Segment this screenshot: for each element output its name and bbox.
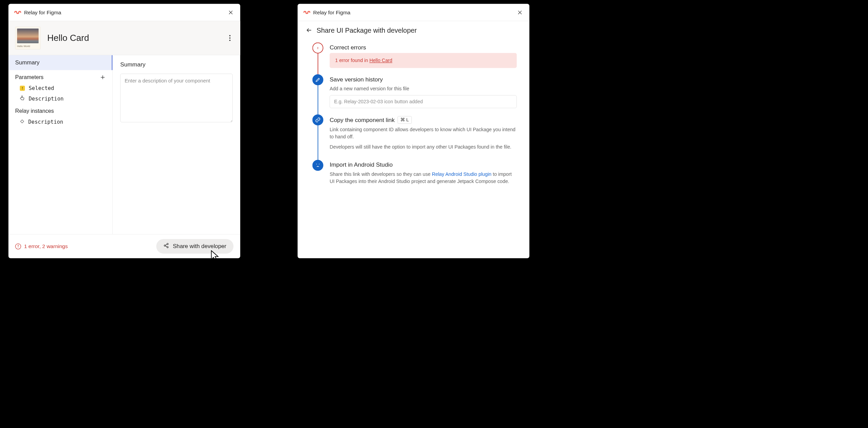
parameter-description-label: Description xyxy=(29,95,64,102)
step-title: Correct errors xyxy=(329,44,517,51)
close-button[interactable] xyxy=(516,9,524,16)
step-save-version: Save version history Add a new named ver… xyxy=(312,74,517,114)
instances-heading-label: Relay instances xyxy=(15,108,54,114)
step-import-android: Import in Android Studio Share this link… xyxy=(312,160,517,194)
step-correct-errors: ! Correct errors 1 error found in Hello … xyxy=(312,43,517,75)
parameter-selected[interactable]: ! Selected xyxy=(9,83,112,93)
link-step-icon xyxy=(312,114,323,125)
main-title: Summary xyxy=(120,61,232,68)
add-parameter-button[interactable] xyxy=(100,74,106,80)
parameter-description[interactable]: Description xyxy=(9,93,112,104)
share-button-label: Share with developer xyxy=(173,243,226,249)
thumbnail-label: Hello World xyxy=(17,45,38,48)
svg-line-14 xyxy=(319,164,319,164)
relay-logo-icon xyxy=(14,10,21,15)
edit-step-icon xyxy=(312,74,323,85)
sidebar-item-summary[interactable]: Summary xyxy=(9,55,112,70)
parameter-selected-label: Selected xyxy=(29,85,54,91)
subheader: Share UI Package with developer xyxy=(298,21,529,40)
error-status-text: 1 error, 2 warnings xyxy=(24,243,68,249)
share-package-window: Relay for Figma Share UI Package with de… xyxy=(298,4,529,258)
component-header: Hello World Hello Card xyxy=(9,21,240,55)
warning-badge-icon: ! xyxy=(20,86,25,91)
step-subtitle: Add a new named version for this file xyxy=(329,85,517,92)
svg-line-8 xyxy=(165,244,167,245)
description-textarea[interactable] xyxy=(120,74,232,122)
step-title: Import in Android Studio xyxy=(329,162,517,168)
android-studio-plugin-link[interactable]: Relay Android Studio plugin xyxy=(432,171,492,177)
cursor-icon xyxy=(210,250,220,258)
share-page-title: Share UI Package with developer xyxy=(317,27,417,34)
step-title: Copy the component link xyxy=(329,117,395,123)
android-step-icon xyxy=(312,160,323,171)
error-panel[interactable]: 1 error found in Hello Card xyxy=(329,53,517,68)
component-title: Hello Card xyxy=(47,33,89,43)
sidebar-heading-instances: Relay instances xyxy=(9,104,112,117)
step-description: Share this link with developers so they … xyxy=(329,170,517,185)
instance-description-label: Description xyxy=(28,119,63,125)
steps-list: ! Correct errors 1 error found in Hello … xyxy=(298,40,529,201)
relay-main-window: Relay for Figma Hello World Hello Card S… xyxy=(9,4,240,258)
footer: ! 1 error, 2 warnings Share with develop… xyxy=(9,234,240,258)
main-pane: Summary xyxy=(113,55,240,234)
step-description-2: Developers will still have the option to… xyxy=(329,143,517,150)
titlebar: Relay for Figma xyxy=(9,4,240,21)
instance-description[interactable]: Description xyxy=(9,117,112,127)
svg-point-6 xyxy=(167,243,168,245)
svg-point-16 xyxy=(318,166,319,166)
sidebar: Summary Parameters ! Selected Descriptio… xyxy=(9,55,113,234)
svg-point-7 xyxy=(167,246,168,248)
import-text-prefix: Share this link with developers so they … xyxy=(329,171,432,177)
error-component-link[interactable]: Hello Card xyxy=(369,58,392,63)
share-icon xyxy=(163,243,169,250)
svg-line-13 xyxy=(316,164,317,164)
svg-point-5 xyxy=(164,245,165,246)
step-description-1: Link containing component ID allows deve… xyxy=(329,126,517,140)
step-copy-link: Copy the component link ⌘ L Link contain… xyxy=(312,114,517,160)
more-menu-button[interactable] xyxy=(226,35,234,41)
version-name-input[interactable] xyxy=(329,95,517,108)
app-title: Relay for Figma xyxy=(24,9,61,15)
parameters-heading-label: Parameters xyxy=(15,74,44,80)
diamond-icon xyxy=(20,119,25,125)
keyboard-shortcut: ⌘ L xyxy=(398,116,412,123)
relay-logo-icon xyxy=(304,10,310,15)
step-title: Save version history xyxy=(329,76,517,83)
component-thumbnail: Hello World xyxy=(15,27,41,49)
error-icon: ! xyxy=(15,243,21,249)
error-status[interactable]: ! 1 error, 2 warnings xyxy=(15,243,68,249)
close-button[interactable] xyxy=(227,9,234,16)
error-panel-prefix: 1 error found in xyxy=(335,58,370,63)
app-title: Relay for Figma xyxy=(313,9,350,15)
svg-line-9 xyxy=(165,246,167,247)
sidebar-heading-parameters: Parameters xyxy=(9,70,112,83)
svg-rect-4 xyxy=(20,120,24,123)
error-step-icon: ! xyxy=(312,43,323,54)
share-with-developer-button[interactable]: Share with developer xyxy=(156,239,234,254)
svg-point-15 xyxy=(317,166,317,166)
titlebar: Relay for Figma xyxy=(298,4,529,21)
gesture-icon xyxy=(20,95,25,102)
back-button[interactable] xyxy=(306,27,312,34)
